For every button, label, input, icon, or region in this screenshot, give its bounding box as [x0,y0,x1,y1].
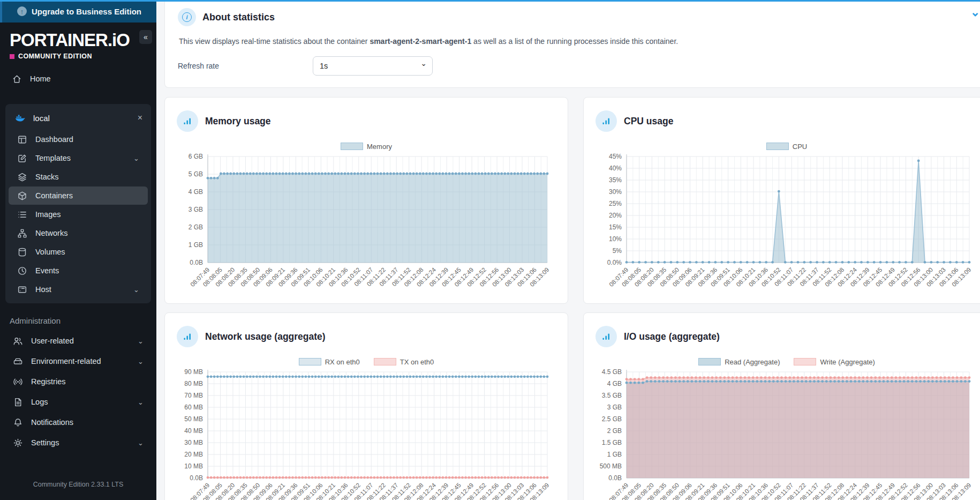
svg-text:2 GB: 2 GB [189,223,203,231]
legend-item: CPU [766,143,807,151]
sidebar-item-label: Home [30,74,51,83]
svg-text:5%: 5% [613,247,622,255]
chevron-down-icon: ⌄ [133,286,139,294]
svg-text:3 GB: 3 GB [607,404,622,411]
legend-item: TX on eth0 [374,358,434,366]
bar-chart-icon [595,110,617,132]
sidebar-item-label: Dashboard [35,135,73,144]
environment-name: local [33,114,50,123]
events-icon [17,266,27,276]
cpu-usage-chart: 45%40%35%30%25%20%15%10%5%0.0%08:07:4908… [595,152,978,298]
svg-text:0.0B: 0.0B [190,474,203,482]
memory-usage-widget: Memory usage Memory 6 GB5 GB4 GB3 GB2 GB… [164,97,568,304]
io-usage-widget: I/O usage (aggregate) Read (Aggregate)Wr… [583,312,980,500]
sidebar-item-registries[interactable]: Registries [4,371,152,392]
svg-text:0.0B: 0.0B [190,259,203,266]
io-usage-chart: 4.5 GB4 GB3.5 GB3 GB2.5 GB2 GB1.5 GB1 GB… [595,368,978,500]
legend-item: RX on eth0 [299,358,360,366]
svg-text:1 GB: 1 GB [189,241,203,249]
environment-header[interactable]: local × [7,107,149,130]
sidebar-collapse-button[interactable]: « [139,30,152,44]
svg-text:6 GB: 6 GB [189,153,203,160]
sidebar-item-host[interactable]: Host⌄ [9,280,148,298]
sidebar: ↑ Upgrade to Business Edition PORTAINER.… [0,0,156,500]
sidebar-item-environment-related[interactable]: Environment-related⌄ [4,351,152,371]
network-usage-widget: Network usage (aggregate) RX on eth0TX o… [164,312,568,500]
sidebar-item-label: Events [35,266,59,275]
sidebar-item-stacks[interactable]: Stacks [9,168,148,186]
sidebar-item-label: Containers [35,191,73,200]
chevron-down-icon[interactable]: ⌄ [970,5,980,19]
sidebar-item-label: User-related [31,337,74,345]
svg-text:3.5 GB: 3.5 GB [602,392,622,399]
sidebar-item-label: Images [35,210,61,219]
page-top-accent [0,0,980,2]
sidebar-item-networks[interactable]: Networks [9,224,148,242]
upgrade-banner[interactable]: ↑ Upgrade to Business Edition [0,0,156,23]
network-usage-chart: 90 MB80 MB70 MB60 MB50 MB40 MB30 MB20 MB… [177,368,556,500]
envrel-icon [13,356,23,367]
chart-legend: Read (Aggregate)Write (Aggregate) [595,356,978,368]
refresh-rate-select[interactable]: 1s [313,56,433,76]
dashboard-icon [17,135,27,145]
sidebar-item-label: Environment-related [31,357,101,365]
sidebar-item-volumes[interactable]: Volumes [9,243,148,261]
legend-item: Memory [341,143,392,151]
volumes-icon [17,247,27,257]
svg-text:5 GB: 5 GB [189,170,203,178]
svg-text:20%: 20% [609,212,622,219]
sidebar-item-events[interactable]: Events [9,262,148,280]
svg-text:2 GB: 2 GB [607,427,622,435]
sidebar-item-dashboard[interactable]: Dashboard [9,130,148,148]
svg-text:40%: 40% [609,165,622,172]
widget-title: Memory usage [205,116,271,127]
info-icon: i [178,8,196,26]
chart-legend: Memory [177,140,556,152]
memory-usage-chart: 6 GB5 GB4 GB3 GB2 GB1 GB0.0B08:07:4908:0… [177,152,556,298]
home-icon [12,74,22,84]
svg-text:0.0B: 0.0B [608,474,622,482]
sidebar-item-label: Networks [35,229,67,237]
main-content: i About statistics This view displays re… [156,0,980,500]
svg-text:35%: 35% [609,176,622,184]
sidebar-item-templates[interactable]: Templates⌄ [9,149,148,167]
sidebar-item-containers[interactable]: Containers [9,186,148,205]
sidebar-item-label: Stacks [35,173,59,181]
arrow-up-circle-icon: ↑ [17,6,27,16]
docker-whale-icon [14,113,26,123]
chart-legend: CPU [595,140,978,152]
cpu-usage-widget: CPU usage CPU 45%40%35%30%25%20%15%10%5%… [583,97,980,304]
close-icon[interactable]: × [138,113,142,123]
sidebar-item-user-related[interactable]: User-related⌄ [4,331,152,351]
sidebar-item-home[interactable]: Home [4,69,152,89]
svg-text:25%: 25% [609,200,622,207]
sidebar-item-notifications[interactable]: Notifications [4,412,152,432]
widget-title: CPU usage [624,116,673,127]
bar-chart-icon [177,110,198,132]
bar-chart-icon [595,326,617,347]
svg-text:50 MB: 50 MB [184,415,203,423]
legend-item: Write (Aggregate) [794,358,875,366]
svg-text:2.5 GB: 2.5 GB [602,415,622,423]
sidebar-item-logs[interactable]: Logs⌄ [4,392,152,412]
sidebar-item-label: Settings [31,438,59,447]
containers-icon [17,191,27,201]
svg-text:500 MB: 500 MB [600,462,622,470]
about-description: This view displays real-time statistics … [179,37,977,46]
upgrade-banner-label: Upgrade to Business Edition [32,7,141,16]
svg-text:60 MB: 60 MB [184,404,203,411]
svg-text:10%: 10% [609,235,622,243]
gear-icon [13,438,23,448]
networks-icon [17,228,27,238]
chevron-down-icon: ⌄ [138,439,144,447]
bell-icon [13,417,23,428]
svg-text:90 MB: 90 MB [184,368,203,376]
users-icon [13,336,23,346]
svg-text:1.5 GB: 1.5 GB [602,439,622,446]
sidebar-version-footer: Community Edition 2.33.1 LTS [0,471,156,500]
svg-text:80 MB: 80 MB [184,380,203,387]
sidebar-item-settings[interactable]: Settings⌄ [4,432,152,453]
sidebar-item-images[interactable]: Images [9,205,148,223]
sidebar-item-label: Notifications [31,418,73,427]
sidebar-item-label: Logs [31,398,48,406]
